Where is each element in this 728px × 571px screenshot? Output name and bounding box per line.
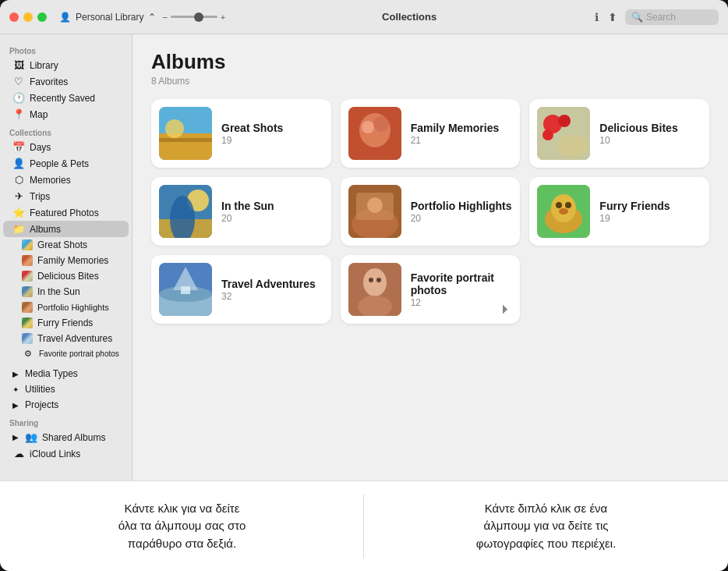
- album-count-portfolio: 20: [411, 213, 513, 224]
- album-name-favorite-portrait: Favorite portrait photos: [411, 271, 513, 296]
- album-card-in-the-sun[interactable]: In the Sun 20: [151, 177, 331, 246]
- svg-point-33: [363, 268, 387, 296]
- album-count-furry-friends: 19: [599, 213, 701, 224]
- share-icon[interactable]: ⬆: [606, 9, 619, 25]
- play-button[interactable]: ⏵: [500, 302, 512, 316]
- featured-icon: ⭐: [12, 207, 25, 218]
- sidebar-item-favorite-portrait[interactable]: ⚙ Favorite portrait photos: [3, 346, 129, 361]
- sidebar-label-shared-albums: Shared Albums: [42, 432, 105, 443]
- sidebar-item-map[interactable]: 📍 Map: [3, 106, 129, 122]
- annotation-area: Κάντε κλικ για να δείτεόλα τα άλμπουμ σα…: [0, 481, 728, 572]
- sidebar-item-icloud-links[interactable]: ☁ iCloud Links: [3, 445, 129, 462]
- info-icon[interactable]: ℹ: [593, 9, 600, 25]
- trips-icon: ✈: [12, 190, 25, 202]
- sidebar-item-family-memories[interactable]: Family Memories: [3, 253, 129, 268]
- album-card-delicious-bites[interactable]: Delicious Bites 10: [529, 99, 709, 168]
- sidebar-label-travel: Travel Adventures: [37, 333, 112, 344]
- days-icon: 📅: [12, 141, 25, 153]
- heart-icon: ♡: [12, 76, 25, 87]
- projects-expand-icon: ▶: [12, 401, 19, 410]
- sidebar-item-albums[interactable]: 📁 Albums: [3, 221, 129, 237]
- sidebar-item-memories[interactable]: ⬡ Memories: [3, 172, 129, 188]
- album-card-great-shots[interactable]: Great Shots 19: [151, 99, 331, 168]
- sidebar-item-furry-friends[interactable]: Furry Friends: [3, 315, 129, 331]
- album-thumb-family-memories: [348, 107, 401, 160]
- chevron-icon: ⌃: [148, 12, 156, 23]
- album-info-furry-friends: Furry Friends 19: [599, 200, 701, 224]
- svg-rect-3: [159, 138, 212, 142]
- sidebar-item-days[interactable]: 📅 Days: [3, 139, 129, 155]
- sidebar-item-library[interactable]: 🖼 Library: [3, 57, 129, 73]
- album-info-delicious-bites: Delicious Bites 10: [599, 122, 701, 146]
- sidebar-item-shared-albums[interactable]: ▶ 👥 Shared Albums: [3, 429, 129, 445]
- album-info-travel: Travel Adventures 32: [221, 278, 323, 302]
- sidebar-item-media-types[interactable]: ▶ Media Types: [3, 366, 129, 381]
- album-name-in-the-sun: In the Sun: [221, 200, 323, 212]
- sidebar-item-great-shots[interactable]: Great Shots: [3, 237, 129, 253]
- album-card-portfolio[interactable]: Portfolio Highlights 20: [341, 177, 521, 246]
- sidebar-item-travel[interactable]: Travel Adventures: [3, 331, 129, 346]
- album-card-favorite-portrait[interactable]: Favorite portrait photos 12 ⏵: [341, 255, 521, 324]
- album-name-portfolio: Portfolio Highlights: [411, 200, 513, 212]
- shared-icon: 👥: [25, 431, 37, 443]
- search-box[interactable]: 🔍 Search: [625, 9, 719, 25]
- sidebar-label-favorites: Favorites: [30, 76, 68, 87]
- albums-folder-icon: 📁: [12, 223, 25, 235]
- sidebar-label-family-memories: Family Memories: [37, 255, 108, 266]
- sidebar-item-featured-photos[interactable]: ⭐ Featured Photos: [3, 204, 129, 221]
- album-thumb-furry-friends: [537, 185, 590, 238]
- album-name-delicious-bites: Delicious Bites: [599, 122, 701, 134]
- sidebar-item-people-pets[interactable]: 👤 People & Pets: [3, 155, 129, 172]
- sidebar-label-furry-friends: Furry Friends: [37, 317, 93, 328]
- album-thumb-in-the-sun: [159, 185, 212, 238]
- sidebar-label-great-shots: Great Shots: [37, 239, 87, 250]
- album-count-family-memories: 21: [411, 135, 513, 146]
- app-window: 👤 Personal Library ⌃ − + Collections ℹ ⬆…: [0, 0, 728, 571]
- svg-point-11: [542, 129, 553, 140]
- sidebar-label-portfolio: Portfolio Highlights: [37, 303, 109, 312]
- family-memories-thumb: [22, 255, 33, 266]
- sidebar-item-recently-saved[interactable]: 🕐 Recently Saved: [3, 90, 129, 106]
- plus-icon: +: [221, 12, 225, 22]
- album-name-travel: Travel Adventures: [221, 278, 323, 290]
- albums-grid: Great Shots 19 Family Memor: [133, 93, 728, 342]
- svg-point-24: [556, 202, 562, 208]
- library-selector[interactable]: 👤 Personal Library ⌃: [59, 12, 156, 23]
- sidebar-item-portfolio[interactable]: Portfolio Highlights: [3, 300, 129, 315]
- album-info-family-memories: Family Memories 21: [411, 122, 513, 146]
- sidebar-label-map: Map: [30, 109, 48, 120]
- svg-point-2: [165, 119, 184, 138]
- zoom-slider[interactable]: [171, 16, 217, 18]
- fullscreen-button[interactable]: [37, 12, 47, 22]
- album-info-in-the-sun: In the Sun 20: [221, 200, 323, 224]
- annotation-right: Κάντε διπλό κλικ σε έναάλμπουμ για να δε…: [364, 494, 728, 559]
- close-button[interactable]: [9, 12, 19, 22]
- album-card-furry-friends[interactable]: Furry Friends 19: [529, 177, 709, 246]
- page-title: Albums: [151, 50, 709, 74]
- svg-point-7: [373, 116, 389, 132]
- sidebar-item-favorites[interactable]: ♡ Favorites: [3, 73, 129, 90]
- svg-rect-1: [159, 133, 212, 160]
- album-count-travel: 32: [221, 291, 323, 302]
- album-info-great-shots: Great Shots 19: [221, 122, 323, 146]
- sidebar-item-projects[interactable]: ▶ Projects: [3, 397, 129, 413]
- album-thumb-portrait: [348, 263, 401, 316]
- album-count-great-shots: 19: [221, 135, 323, 146]
- portrait-icon: ⚙: [22, 349, 34, 359]
- album-thumb-portfolio: [348, 185, 401, 238]
- zoom-slider-area: − +: [162, 12, 225, 22]
- sidebar-item-in-the-sun[interactable]: In the Sun: [3, 284, 129, 300]
- svg-point-12: [557, 135, 588, 157]
- sidebar-label-utilities: Utilities: [25, 384, 55, 395]
- sidebar-item-delicious-bites[interactable]: Delicious Bites: [3, 268, 129, 284]
- album-name-family-memories: Family Memories: [411, 122, 513, 134]
- sidebar-item-trips[interactable]: ✈ Trips: [3, 188, 129, 204]
- expand-icon: ▶: [12, 370, 19, 378]
- delicious-bites-thumb: [22, 271, 33, 282]
- sidebar-item-utilities[interactable]: ✦ Utilities: [3, 381, 129, 397]
- album-card-travel[interactable]: Travel Adventures 32: [151, 255, 331, 324]
- album-card-family-memories[interactable]: Family Memories 21: [341, 99, 521, 168]
- sidebar: Photos 🖼 Library ♡ Favorites 🕐 Recently …: [0, 34, 133, 481]
- minimize-button[interactable]: [23, 12, 33, 22]
- album-thumb-delicious-bites: [537, 107, 590, 160]
